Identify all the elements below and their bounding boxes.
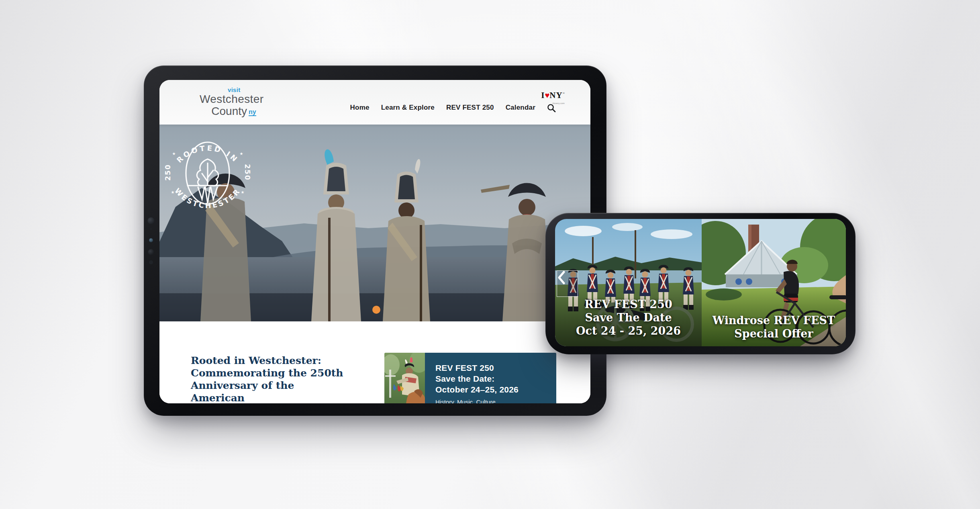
svg-text:★: ★ [172,151,176,156]
svg-text:★: ★ [240,151,243,156]
nav-rev-fest-250[interactable]: REV FEST 250 [446,104,494,112]
nav-home[interactable]: Home [350,104,370,112]
chevron-left-icon [557,271,566,284]
slide-caption: REV FEST 250 Save The Date Oct 24 - 25, … [555,298,702,337]
svg-text:WESTCHESTER: WESTCHESTER [173,186,242,210]
tablet-screen: visit Westchester Countyny Home Learn & … [159,80,590,403]
site-header: visit Westchester Countyny Home Learn & … [159,80,590,125]
phone-screen: REV FEST 250 Save The Date Oct 24 - 25, … [555,219,846,346]
heart-icon: ♥ [545,91,549,100]
i-love-ny-logo: I♥NY® iloveny.com [541,89,565,108]
heading-line: Anniversary of the American [191,379,347,403]
horse-reenactor-photo [384,353,425,403]
phone-slide-windrose[interactable]: Windrose REV FEST Special Offer [702,219,846,346]
site-logo[interactable]: visit Westchester Countyny [200,86,268,118]
rooted-in-westchester-badge: ROOTED IN WESTCHESTER 250 250 ★ ★ ★ ★ [159,125,256,221]
rev-fest-promo-card[interactable]: REV FEST 250 Save the Date: October 24–2… [384,353,556,403]
heading-line: Rooted in Westchester: [191,354,347,367]
hero-carousel[interactable]: ROOTED IN WESTCHESTER 250 250 ★ ★ ★ ★ [159,125,590,321]
svg-text:ROOTED IN: ROOTED IN [175,144,241,165]
camera-lens-icon [149,238,153,242]
promo-card-image [384,353,425,403]
sensor-dot [149,260,153,264]
promo-card-body: REV FEST 250 Save the Date: October 24–2… [425,353,556,403]
svg-text:250: 250 [243,164,251,181]
tablet-device: visit Westchester Countyny Home Learn & … [144,65,606,416]
sensor-dot [150,228,152,230]
nav-calendar[interactable]: Calendar [506,104,535,112]
logo-visit: visit [228,86,268,93]
page-content: Rooted in Westchester: Commemorating the… [159,321,590,403]
registered-mark: ® [563,92,565,95]
tablet-camera-array [147,217,155,270]
promo-title: REV FEST 250 Save the Date: October 24–2… [435,362,553,395]
page-title: Rooted in Westchester: Commemorating the… [191,354,347,403]
carousel-prev-button[interactable] [557,270,578,297]
promo-subtitle: History. Music. Culture. [435,399,553,403]
nav-learn-explore[interactable]: Learn & Explore [381,104,435,112]
camera-lens-icon [148,249,154,255]
slide-caption: Windrose REV FEST Special Offer [702,314,846,340]
svg-text:250: 250 [164,164,172,181]
heading-line: Commemorating the 250th [191,367,347,379]
logo-county: Countyny [200,105,268,118]
main-nav: Home Learn & Explore REV FEST 250 Calend… [350,103,556,112]
svg-text:★: ★ [171,190,175,194]
phone-slide-rev-fest[interactable]: REV FEST 250 Save The Date Oct 24 - 25, … [555,219,702,346]
logo-westchester: Westchester [200,93,268,105]
carousel-active-dot[interactable] [372,306,380,314]
camera-lens-icon [148,217,155,224]
ilny-caption: iloveny.com [541,99,565,108]
logo-ny: ny [249,108,256,116]
phone-device: REV FEST 250 Save The Date Oct 24 - 25, … [545,213,855,354]
svg-text:★: ★ [241,190,245,194]
mockup-scene: { "backdrop": { "base_color": "#ededee" … [0,0,980,509]
